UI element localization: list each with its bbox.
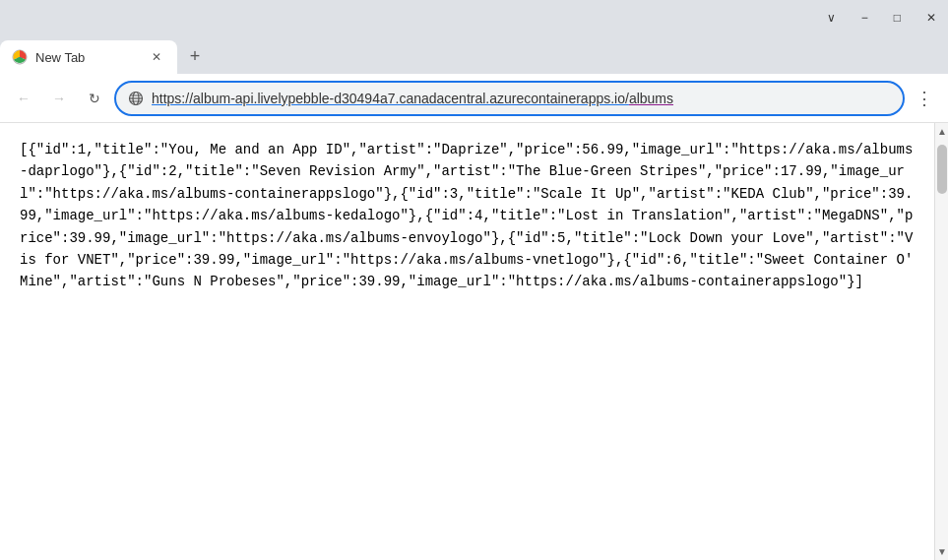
- scroll-down-arrow[interactable]: ▼: [935, 543, 948, 560]
- address-bar[interactable]: https://album-api.livelypebble-d30494a7.…: [114, 81, 905, 116]
- tab-close-btn[interactable]: ✕: [148, 48, 165, 66]
- reload-icon: ↻: [89, 91, 100, 106]
- tab-title: New Tab: [35, 50, 140, 65]
- tab-favicon: [12, 49, 28, 65]
- new-tab-button[interactable]: +: [181, 42, 209, 70]
- back-icon: ←: [17, 91, 31, 106]
- minimize-btn[interactable]: −: [857, 9, 872, 27]
- back-button[interactable]: ←: [8, 83, 39, 114]
- close-btn[interactable]: ✕: [922, 9, 940, 27]
- chevron-down-btn[interactable]: ∨: [823, 9, 840, 27]
- scroll-track[interactable]: [935, 140, 948, 543]
- security-icon: [128, 91, 144, 106]
- browser-menu-button[interactable]: ⋮: [909, 83, 940, 114]
- reload-button[interactable]: ↻: [79, 83, 110, 114]
- scroll-thumb[interactable]: [937, 145, 947, 194]
- url-display: https://album-api.livelypebble-d30494a7.…: [152, 91, 891, 106]
- maximize-btn[interactable]: □: [890, 9, 905, 27]
- active-tab[interactable]: New Tab ✕: [0, 40, 177, 74]
- scroll-up-arrow[interactable]: ▲: [935, 123, 948, 140]
- forward-icon: →: [52, 91, 66, 106]
- menu-dots-icon: ⋮: [916, 88, 933, 109]
- window-controls: ∨ − □ ✕: [823, 9, 940, 27]
- title-bar: ∨ − □ ✕: [0, 0, 948, 34]
- vertical-scrollbar[interactable]: ▲ ▼: [934, 123, 948, 560]
- page-content: [{"id":1,"title":"You, Me and an App ID"…: [0, 123, 934, 560]
- tab-bar: New Tab ✕ +: [0, 34, 948, 74]
- url-base: https://album-api.livelypebble-d30494a7.…: [152, 91, 629, 106]
- content-area: [{"id":1,"title":"You, Me and an App ID"…: [0, 123, 948, 560]
- nav-bar: ← → ↻ https://album-api.livelypebble-d30…: [0, 74, 948, 123]
- url-path: albums: [629, 91, 673, 106]
- forward-button[interactable]: →: [43, 83, 75, 114]
